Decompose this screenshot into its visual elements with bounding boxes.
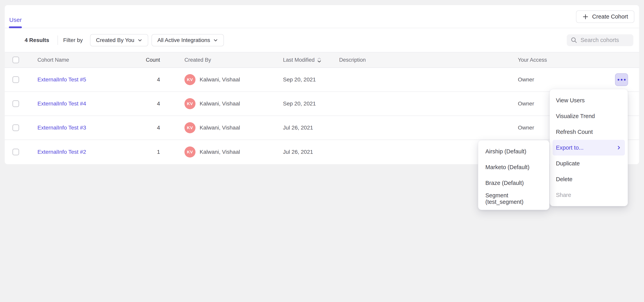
menu-item-share: Share	[552, 187, 625, 203]
submenu-item-marketo[interactable]: Marketo (Default)	[481, 159, 546, 175]
tab-active-underline	[9, 26, 22, 28]
avatar: KV	[184, 98, 196, 109]
last-modified-date: Sep 20, 2021	[283, 100, 339, 107]
column-header-description: Description	[339, 57, 518, 63]
ellipsis-icon	[618, 79, 619, 81]
search-box	[567, 34, 633, 46]
create-cohort-label: Create Cohort	[592, 14, 628, 20]
context-menu: View Users Visualize Trend Refresh Count…	[550, 89, 628, 206]
filter-bar: 4 Results Filter by Created By You All A…	[5, 28, 639, 52]
column-header-last-modified-label: Last Modified	[283, 57, 315, 63]
tab-user[interactable]: User	[9, 16, 22, 23]
cohort-name-link[interactable]: ExternalInfo Test #5	[38, 76, 86, 82]
row-actions-button[interactable]	[615, 73, 628, 86]
menu-item-export-to-label: Export to...	[556, 144, 584, 151]
create-cohort-button[interactable]: Create Cohort	[576, 10, 634, 23]
menu-item-export-to[interactable]: Export to...	[552, 140, 625, 156]
chevron-down-icon	[213, 38, 218, 42]
results-count: 4 Results	[25, 37, 49, 43]
row-checkbox[interactable]	[12, 100, 19, 107]
cohort-count: 4	[136, 100, 160, 107]
select-all-checkbox[interactable]	[12, 56, 19, 63]
cohort-name-link[interactable]: ExternalInfo Test #2	[38, 149, 86, 155]
plus-icon	[582, 14, 589, 20]
submenu-item-segment[interactable]: Segment (test_segment)	[481, 191, 546, 206]
creator-name: Kalwani, Vishaal	[200, 149, 240, 155]
divider	[58, 36, 58, 45]
column-header-last-modified[interactable]: Last Modified	[283, 57, 339, 63]
filter-by-label: Filter by	[63, 37, 83, 43]
last-modified-date: Jul 26, 2021	[283, 149, 339, 155]
row-checkbox[interactable]	[12, 124, 19, 131]
avatar: KV	[184, 146, 196, 158]
created-by-dropdown-label: Created By You	[96, 37, 134, 43]
table-header: Cohort Name Count Created By Last Modifi…	[5, 52, 639, 68]
avatar: KV	[184, 74, 196, 85]
menu-item-view-users[interactable]: View Users	[552, 92, 625, 108]
menu-item-refresh-count[interactable]: Refresh Count	[552, 124, 625, 140]
access-cell: Owner	[518, 76, 577, 83]
menu-item-visualize-trend[interactable]: Visualize Trend	[552, 108, 625, 124]
submenu-item-braze[interactable]: Braze (Default)	[481, 175, 546, 191]
integrations-dropdown[interactable]: All Active Integrations	[152, 34, 224, 46]
chevron-right-icon	[616, 146, 621, 150]
column-header-count[interactable]: Count	[136, 57, 160, 63]
table-row: ExternalInfo Test #4 4 KV Kalwani, Visha…	[5, 92, 639, 116]
creator-name: Kalwani, Vishaal	[200, 124, 240, 131]
cohort-count: 1	[136, 149, 160, 155]
last-modified-date: Jul 26, 2021	[283, 124, 339, 131]
cohort-count: 4	[136, 76, 160, 83]
creator-name: Kalwani, Vishaal	[200, 100, 240, 107]
cohort-name-link[interactable]: ExternalInfo Test #4	[38, 100, 86, 107]
cohort-count: 4	[136, 124, 160, 131]
created-by-dropdown[interactable]: Created By You	[90, 34, 148, 46]
tab-bar: User Create Cohort	[5, 5, 639, 28]
menu-item-delete[interactable]: Delete	[552, 171, 625, 187]
last-modified-date: Sep 20, 2021	[283, 76, 339, 83]
column-header-access: Your Access	[518, 57, 577, 63]
table-row: ExternalInfo Test #3 4 KV Kalwani, Visha…	[5, 116, 639, 140]
menu-item-duplicate[interactable]: Duplicate	[552, 156, 625, 171]
row-checkbox[interactable]	[12, 149, 19, 155]
creator-name: Kalwani, Vishaal	[200, 76, 240, 83]
search-icon	[571, 37, 578, 44]
cohort-name-link[interactable]: ExternalInfo Test #3	[38, 124, 86, 131]
sort-desc-icon	[318, 58, 321, 62]
export-submenu: Airship (Default) Marketo (Default) Braz…	[478, 140, 550, 210]
integrations-dropdown-label: All Active Integrations	[158, 37, 210, 43]
submenu-item-airship[interactable]: Airship (Default)	[481, 144, 546, 159]
search-input[interactable]	[580, 37, 630, 43]
column-header-name[interactable]: Cohort Name	[38, 57, 136, 63]
table-row: ExternalInfo Test #5 4 KV Kalwani, Visha…	[5, 68, 639, 92]
row-checkbox[interactable]	[12, 76, 19, 83]
avatar: KV	[184, 122, 196, 133]
column-header-created-by[interactable]: Created By	[160, 57, 283, 63]
chevron-down-icon	[138, 38, 142, 42]
